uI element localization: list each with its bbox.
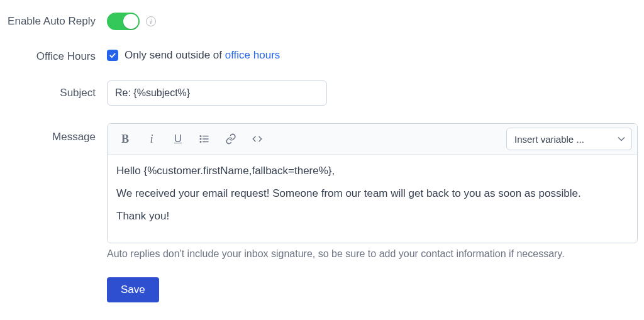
link-icon <box>225 133 236 145</box>
label-office-hours: Office Hours <box>6 48 107 63</box>
label-subject: Subject <box>6 80 107 99</box>
row-save: Save <box>6 277 638 302</box>
code-button[interactable] <box>245 128 270 150</box>
row-message: Message B i U <box>6 123 638 260</box>
subject-input[interactable] <box>107 80 327 106</box>
office-hours-link[interactable]: office hours <box>225 49 280 61</box>
italic-button[interactable]: i <box>139 128 164 150</box>
editor-line-3: Thank you! <box>116 210 628 223</box>
editor-toolbar: B i U Insert variab <box>108 124 637 155</box>
link-button[interactable] <box>218 128 243 150</box>
message-editor: B i U Insert variab <box>107 123 638 243</box>
label-enable-auto-reply: Enable Auto Reply <box>6 13 107 28</box>
insert-variable-select[interactable]: Insert variable ... <box>506 128 632 150</box>
bold-icon: B <box>121 133 129 146</box>
office-hours-checkbox[interactable] <box>107 50 118 61</box>
list-icon <box>199 133 210 145</box>
list-button[interactable] <box>192 128 217 150</box>
svg-point-4 <box>200 141 201 143</box>
row-subject: Subject <box>6 80 638 106</box>
row-office-hours: Office Hours Only send outside of office… <box>6 48 638 63</box>
info-icon[interactable]: i <box>146 16 156 26</box>
office-hours-prefix: Only send outside of <box>125 49 225 61</box>
row-enable-auto-reply: Enable Auto Reply i <box>6 13 638 30</box>
label-message: Message <box>6 123 107 143</box>
save-button[interactable]: Save <box>107 277 159 302</box>
underline-button[interactable]: U <box>165 128 191 150</box>
auto-reply-toggle[interactable] <box>107 13 140 30</box>
editor-textarea[interactable]: Hello {%customer.firstName,fallback=ther… <box>108 155 637 243</box>
message-hint: Auto replies don't include your inbox si… <box>107 248 638 260</box>
check-icon <box>109 52 116 59</box>
auto-reply-form: Enable Auto Reply i Office Hours Only se… <box>6 13 638 302</box>
editor-line-1: Hello {%customer.firstName,fallback=ther… <box>116 165 628 177</box>
code-icon <box>252 133 263 145</box>
svg-point-2 <box>200 138 201 140</box>
italic-icon: i <box>150 133 153 146</box>
editor-line-2: We received your email request! Someone … <box>116 187 628 200</box>
underline-icon: U <box>174 133 182 145</box>
office-hours-text: Only send outside of office hours <box>125 49 280 62</box>
svg-point-0 <box>200 136 201 137</box>
toggle-knob <box>123 14 138 29</box>
bold-button[interactable]: B <box>113 128 138 150</box>
